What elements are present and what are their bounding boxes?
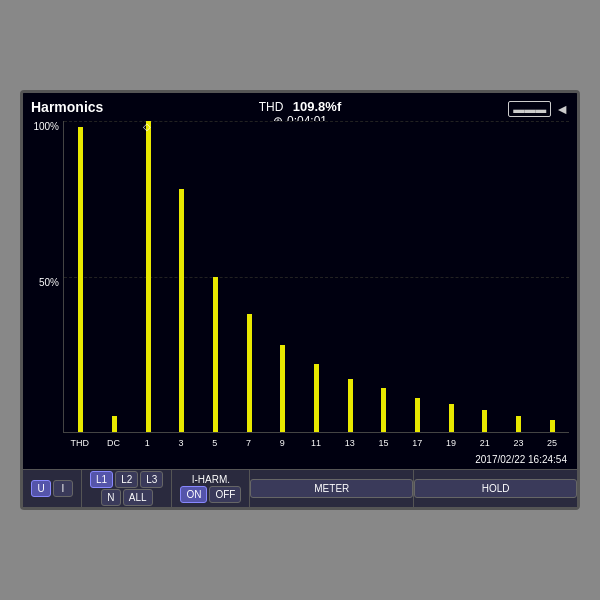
- x-label-dc: DC: [107, 438, 120, 448]
- bar-25: [550, 420, 555, 432]
- l2-button[interactable]: L2: [115, 471, 138, 488]
- l-group: L1 L2 L3 N ALL: [82, 470, 172, 507]
- bar-7: [247, 314, 252, 432]
- bar-1: [146, 121, 151, 432]
- bar-19: [449, 404, 454, 432]
- header-row: Harmonics THD 109.8%f ⊕ 0:04:01 ▬▬▬ ◄: [31, 99, 569, 117]
- meter-group: METER: [250, 470, 414, 507]
- datetime-row: 2017/02/22 16:24:54: [31, 454, 569, 465]
- off-button[interactable]: OFF: [209, 486, 241, 503]
- bottom-bar: U I L1 L2 L3 N ALL I-HARM. ON OFF: [23, 469, 577, 507]
- chart-area: 100% 50% ◇ THDDC135791113151719212325: [31, 121, 569, 453]
- x-label-9: 9: [280, 438, 285, 448]
- hold-group: HOLD: [414, 470, 577, 507]
- ui-btn-row: U I: [31, 480, 73, 497]
- bar-17: [415, 398, 420, 432]
- screen: Harmonics THD 109.8%f ⊕ 0:04:01 ▬▬▬ ◄ 10…: [23, 93, 577, 469]
- thd-line: THD 109.8%f: [259, 99, 341, 114]
- x-label-1: 1: [145, 438, 150, 448]
- thd-label: THD: [259, 100, 284, 114]
- x-label-5: 5: [212, 438, 217, 448]
- l-btn-row-bot: N ALL: [101, 489, 153, 506]
- hundred-marker: ◇: [143, 121, 151, 132]
- y-label-100: 100%: [33, 121, 59, 132]
- x-label-11: 11: [311, 438, 321, 448]
- x-label-17: 17: [412, 438, 422, 448]
- l1-button[interactable]: L1: [90, 471, 113, 488]
- l-btn-row-top: L1 L2 L3: [90, 471, 163, 488]
- on-button[interactable]: ON: [180, 486, 207, 503]
- hold-button[interactable]: HOLD: [414, 479, 577, 498]
- iharm-group: I-HARM. ON OFF: [172, 470, 250, 507]
- grid-line-mid: [64, 277, 569, 278]
- datetime: 2017/02/22 16:24:54: [475, 454, 567, 465]
- bar-9: [280, 345, 285, 432]
- iharm-btn-row: ON OFF: [180, 486, 241, 503]
- bar-13: [348, 379, 353, 432]
- x-label-13: 13: [345, 438, 355, 448]
- bar-21: [482, 410, 487, 432]
- meter-button[interactable]: METER: [250, 479, 413, 498]
- x-label-7: 7: [246, 438, 251, 448]
- x-label-23: 23: [513, 438, 523, 448]
- x-label-19: 19: [446, 438, 456, 448]
- x-labels: THDDC135791113151719212325: [63, 433, 569, 453]
- icons-right: ▬▬▬ ◄: [508, 101, 569, 117]
- bar-5: [213, 277, 218, 433]
- y-label-50: 50%: [39, 277, 59, 288]
- bar-15: [381, 388, 386, 432]
- antenna-icon: ◄: [555, 101, 569, 117]
- x-label-15: 15: [378, 438, 388, 448]
- iharm-label: I-HARM.: [192, 474, 230, 485]
- bar-23: [516, 416, 521, 432]
- u-button[interactable]: U: [31, 480, 51, 497]
- title: Harmonics: [31, 99, 103, 115]
- device: Harmonics THD 109.8%f ⊕ 0:04:01 ▬▬▬ ◄ 10…: [20, 90, 580, 510]
- i-button[interactable]: I: [53, 480, 73, 497]
- ui-group: U I: [23, 470, 82, 507]
- x-label-3: 3: [179, 438, 184, 448]
- n-button[interactable]: N: [101, 489, 121, 506]
- bar-11: [314, 364, 319, 432]
- grid-line-top: [64, 121, 569, 122]
- bar-3: [179, 189, 184, 432]
- bar-thd: [78, 127, 83, 432]
- l3-button[interactable]: L3: [140, 471, 163, 488]
- chart-inner: ◇: [63, 121, 569, 433]
- x-label-21: 21: [480, 438, 490, 448]
- thd-value: 109.8%f: [293, 99, 341, 114]
- battery-icon: ▬▬▬: [508, 101, 551, 117]
- x-label-25: 25: [547, 438, 557, 448]
- all-button[interactable]: ALL: [123, 489, 153, 506]
- x-label-thd: THD: [71, 438, 90, 448]
- y-labels: 100% 50%: [31, 121, 63, 433]
- bar-dc: [112, 416, 117, 432]
